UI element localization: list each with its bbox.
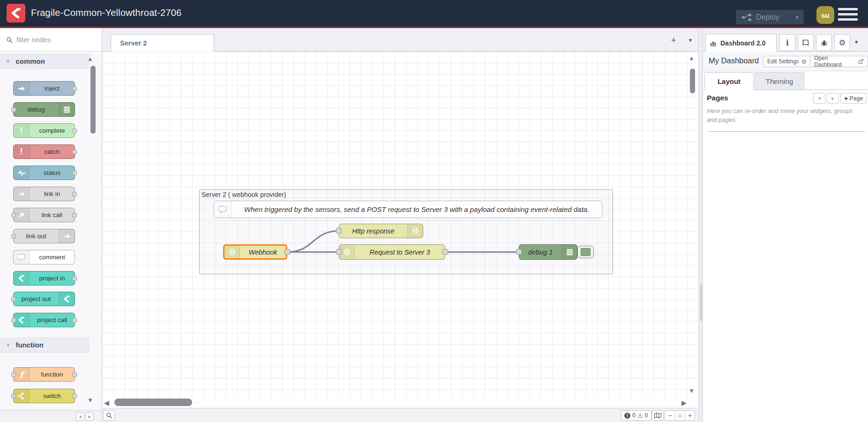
output-port[interactable] [72, 86, 77, 91]
palette-node-switch[interactable]: switch [13, 389, 75, 403]
input-port[interactable] [336, 249, 342, 255]
output-port[interactable] [72, 128, 77, 133]
debug-enable-toggle[interactable] [577, 246, 594, 258]
output-port[interactable] [72, 150, 77, 154]
sidebar-tab-info[interactable]: i [779, 34, 795, 51]
canvas-vscrollbar-thumb[interactable] [690, 68, 695, 93]
add-page-label: Page [849, 95, 863, 102]
zoom-out-button[interactable]: − [665, 411, 675, 420]
add-page-button[interactable]: + Page [840, 93, 867, 104]
sidebar-tab-debug[interactable] [816, 34, 832, 51]
main-menu-button[interactable] [838, 8, 858, 21]
flow-node-request-to-server-3[interactable]: Request to Server 3 [339, 244, 445, 260]
comment-node[interactable]: When triggered by the sensors, send a PO… [214, 201, 602, 218]
sidebar-tab-dashboard[interactable]: Dashboard 2.0 [705, 34, 777, 52]
input-port[interactable] [336, 228, 342, 234]
flow-node-debug-1[interactable]: debug 1 [519, 244, 577, 260]
collapse-all-categories-button[interactable]: » [76, 413, 84, 421]
add-flow-button[interactable]: + [667, 35, 680, 46]
user-avatar[interactable]: su [816, 6, 834, 24]
palette-node-link-in[interactable]: link in [13, 187, 75, 201]
node-label: function [30, 371, 75, 378]
output-port[interactable] [284, 249, 290, 255]
tab-theming[interactable]: Theming [755, 72, 804, 90]
palette-node-project-out[interactable]: project out [13, 292, 75, 306]
flow-canvas[interactable]: Server 2 ( webhook provider) When trigge… [102, 52, 698, 398]
book-icon [802, 39, 809, 46]
output-port[interactable] [72, 394, 77, 399]
zoom-in-button[interactable]: + [685, 411, 695, 420]
palette-node-catch[interactable]: ! catch [13, 144, 75, 159]
expand-all-categories-button[interactable]: » [85, 413, 94, 421]
palette-node-link-out[interactable]: link out [13, 229, 75, 243]
dashboard-header: My Dashboard Edit Settings ⚙ Open Dashbo… [703, 52, 868, 71]
flow-node-webhook[interactable]: Webhook [223, 244, 287, 260]
flow-list-caret[interactable]: ▾ [684, 37, 696, 48]
dashboard-title: My Dashboard [709, 56, 759, 65]
canvas-scroll-down-icon[interactable]: ▼ [688, 387, 695, 394]
splitter-handle[interactable] [700, 284, 702, 321]
open-dashboard-button[interactable]: Open Dashboard [810, 56, 868, 67]
output-port[interactable] [72, 213, 77, 218]
output-port[interactable] [72, 192, 77, 196]
palette-filter-input[interactable] [16, 36, 87, 44]
palette-node-inject[interactable]: inject [13, 81, 75, 96]
tab-label: Server 2 [120, 39, 147, 47]
canvas-scroll-left-icon[interactable]: ◀ [104, 399, 109, 407]
navigator-button[interactable] [652, 410, 664, 421]
palette-node-function[interactable]: f function [13, 367, 75, 382]
output-port[interactable] [72, 318, 77, 323]
palette-node-status[interactable]: status [13, 166, 75, 180]
category-label: function [15, 341, 43, 349]
output-port[interactable] [442, 249, 448, 255]
move-page-up-button[interactable]: » [813, 93, 825, 104]
deploy-options-caret[interactable]: ▾ [790, 14, 804, 21]
palette-node-project-in[interactable]: project in [13, 271, 75, 286]
input-port[interactable] [516, 249, 522, 255]
tab-layout[interactable]: Layout [704, 72, 754, 90]
sidebar-tabs-caret[interactable]: ▾ [855, 38, 858, 45]
zoom-reset-button[interactable]: ○ [675, 411, 685, 420]
sidebar-divider [708, 131, 865, 132]
palette-node-comment[interactable]: comment [13, 250, 75, 264]
palette-node-debug[interactable]: debug [13, 102, 75, 117]
input-port[interactable] [11, 372, 16, 377]
input-port[interactable] [11, 394, 16, 399]
palette-category-common[interactable]: ˅ common [0, 53, 90, 69]
notification-counts[interactable]: ! 0 ⚠ 0 [621, 410, 651, 421]
input-port[interactable] [11, 234, 16, 239]
canvas-scroll-up-icon[interactable]: ▲ [688, 54, 695, 61]
node-red-app: Fragile-Common-Yellowthroat-2706 Deploy … [0, 0, 868, 422]
canvas-scroll-right-icon[interactable]: ▶ [681, 399, 687, 407]
palette-scrollbar-thumb[interactable] [90, 66, 96, 134]
output-port[interactable] [72, 372, 77, 377]
node-label: debug [14, 106, 59, 113]
canvas-hscrollbar-thumb[interactable] [114, 399, 192, 406]
palette-scroll-up-icon[interactable]: ▲ [87, 55, 93, 62]
flow-node-http-response[interactable]: Http response [339, 224, 423, 238]
output-port[interactable] [72, 171, 77, 175]
edit-settings-button[interactable]: Edit Settings ⚙ [763, 56, 811, 67]
canvas-search-button[interactable] [103, 410, 115, 421]
input-port[interactable] [11, 107, 16, 112]
tab-server-2[interactable]: Server 2 [111, 34, 214, 52]
input-port[interactable] [11, 318, 16, 323]
sidebar-tab-config[interactable]: ⚙ [834, 34, 850, 51]
palette-node-complete[interactable]: ! complete [13, 123, 75, 138]
input-port[interactable] [11, 213, 16, 218]
input-port[interactable] [11, 297, 16, 301]
palette-node-project-call[interactable]: project call [13, 313, 75, 327]
warning-triangle-icon: ⚠ [637, 413, 643, 419]
deploy-button[interactable]: Deploy ▾ [736, 10, 804, 24]
list-icon [561, 245, 577, 259]
palette: ˅ common inject debug ! complete ! catch… [0, 52, 102, 410]
sidebar-tab-help[interactable] [798, 34, 814, 51]
sidebar-splitter[interactable] [698, 28, 703, 422]
deploy-button-main[interactable]: Deploy [736, 13, 790, 22]
node-red-icon [59, 292, 75, 306]
palette-category-function[interactable]: ˅ function [0, 337, 90, 353]
palette-node-link-call[interactable]: link call [13, 208, 75, 222]
move-page-down-button[interactable]: » [827, 93, 839, 104]
output-port[interactable] [72, 276, 77, 281]
palette-scroll-down-icon[interactable]: ▼ [87, 397, 93, 404]
